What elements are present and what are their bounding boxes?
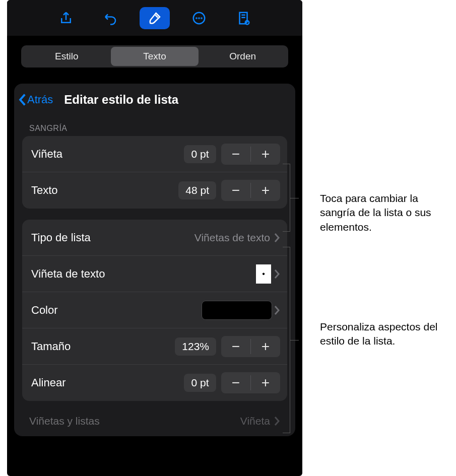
size-value[interactable]: 123%: [175, 337, 216, 356]
size-increment[interactable]: +: [251, 336, 280, 357]
align-stepper: − +: [221, 372, 280, 393]
list-type-label: Tipo de lista: [31, 231, 194, 244]
chevron-right-icon: [274, 416, 280, 426]
list-type-row[interactable]: Tipo de lista Viñetas de texto: [22, 220, 287, 256]
panel-title: Editar estilo de lista: [55, 93, 288, 107]
chevron-left-icon: [18, 93, 26, 106]
bullets-and-lists-row[interactable]: Viñetas y listas Viñeta: [14, 406, 295, 436]
indent-bullet-increment[interactable]: +: [251, 144, 280, 165]
back-label: Atrás: [27, 93, 53, 106]
indent-bullet-label: Viñeta: [31, 148, 184, 161]
tab-text[interactable]: Texto: [111, 47, 199, 66]
more-icon[interactable]: [184, 7, 214, 29]
tab-arrange[interactable]: Orden: [199, 47, 287, 66]
indent-text-label: Texto: [31, 184, 178, 197]
list-style-panel: Atrás Editar estilo de lista SANGRÍA Viñ…: [14, 84, 295, 436]
indent-bullet-row: Viñeta 0 pt − +: [22, 136, 287, 172]
text-bullet-row[interactable]: Viñeta de texto •: [22, 256, 287, 292]
list-type-value: Viñetas de texto: [194, 232, 270, 244]
chevron-right-icon: [274, 269, 280, 279]
color-row[interactable]: Color: [22, 292, 287, 328]
tab-style[interactable]: Estilo: [23, 47, 111, 66]
size-stepper: − +: [221, 336, 280, 357]
align-row: Alinear 0 pt − +: [22, 365, 287, 401]
format-panel: Estilo Texto Orden Atrás Editar estilo d…: [7, 0, 302, 476]
callout-style: Personaliza aspectos del estilo de la li…: [320, 320, 446, 349]
indent-bullet-decrement[interactable]: −: [221, 144, 250, 165]
align-label: Alinear: [31, 376, 184, 389]
text-bullet-preview: •: [256, 264, 271, 284]
size-decrement[interactable]: −: [221, 336, 250, 357]
indent-text-value[interactable]: 48 pt: [178, 181, 216, 199]
align-increment[interactable]: +: [251, 372, 280, 393]
chevron-right-icon: [274, 305, 280, 315]
bullets-lists-value: Viñeta: [240, 415, 270, 427]
undo-icon[interactable]: [95, 7, 125, 29]
indent-bullet-stepper: − +: [221, 144, 280, 165]
callout-bracket-1: [290, 164, 290, 232]
indent-bullet-value[interactable]: 0 pt: [184, 145, 216, 163]
color-swatch: [202, 301, 272, 320]
text-bullet-label: Viñeta de texto: [31, 267, 256, 281]
indent-text-increment[interactable]: +: [251, 180, 280, 201]
size-row: Tamaño 123% − +: [22, 328, 287, 365]
chevron-right-icon: [274, 233, 280, 243]
callout-bracket-2: [290, 247, 290, 433]
indent-group: Viñeta 0 pt − + Texto 48 pt − +: [22, 136, 287, 209]
brush-icon[interactable]: [140, 7, 170, 29]
color-label: Color: [31, 304, 202, 317]
format-tabs: Estilo Texto Orden: [21, 45, 288, 67]
bullets-lists-label: Viñetas y listas: [29, 415, 240, 427]
indent-text-stepper: − +: [221, 180, 280, 201]
svg-point-3: [201, 18, 202, 18]
back-button[interactable]: Atrás: [18, 93, 53, 106]
top-toolbar: [7, 0, 302, 36]
callout-indent: Toca para cambiar la sangría de la lista…: [320, 191, 446, 234]
list-style-group: Tipo de lista Viñetas de texto Viñeta de…: [22, 220, 287, 401]
svg-point-2: [199, 18, 199, 18]
notes-icon[interactable]: [228, 7, 258, 29]
align-value[interactable]: 0 pt: [184, 374, 216, 392]
indent-text-decrement[interactable]: −: [221, 180, 250, 201]
share-icon[interactable]: [51, 7, 81, 29]
indent-text-row: Texto 48 pt − +: [22, 172, 287, 209]
size-label: Tamaño: [31, 340, 175, 353]
align-decrement[interactable]: −: [221, 372, 250, 393]
indent-section-header: SANGRÍA: [14, 116, 295, 136]
svg-point-1: [196, 18, 197, 18]
